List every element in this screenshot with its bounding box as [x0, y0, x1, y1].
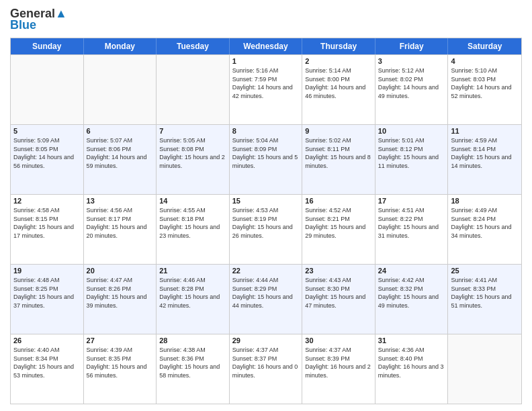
day-cell-3: 3Sunrise: 5:12 AM Sunset: 8:02 PM Daylig… [375, 55, 449, 124]
day-number: 6 [87, 127, 154, 135]
day-number: 1 [232, 57, 300, 65]
calendar-row-3: 19Sunrise: 4:48 AM Sunset: 8:25 PM Dayli… [11, 264, 521, 334]
day-cell-6: 6Sunrise: 5:07 AM Sunset: 8:06 PM Daylig… [84, 125, 157, 194]
day-number: 9 [305, 127, 372, 135]
day-number: 22 [232, 267, 300, 275]
day-cell-7: 7Sunrise: 5:05 AM Sunset: 8:08 PM Daylig… [157, 125, 230, 194]
day-info: Sunrise: 4:56 AM Sunset: 8:17 PM Dayligh… [87, 206, 154, 240]
day-number: 30 [305, 336, 372, 345]
day-cell-26: 26Sunrise: 4:40 AM Sunset: 8:34 PM Dayli… [11, 334, 84, 404]
empty-cell [84, 55, 157, 124]
day-info: Sunrise: 4:39 AM Sunset: 8:35 PM Dayligh… [87, 346, 154, 379]
day-info: Sunrise: 5:10 AM Sunset: 8:03 PM Dayligh… [451, 66, 519, 100]
day-number: 17 [378, 197, 445, 205]
day-number: 11 [451, 127, 519, 135]
day-info: Sunrise: 5:14 AM Sunset: 8:00 PM Dayligh… [305, 66, 372, 100]
day-number: 18 [451, 197, 519, 205]
day-info: Sunrise: 4:38 AM Sunset: 8:36 PM Dayligh… [159, 346, 226, 379]
day-number: 7 [159, 127, 226, 135]
day-info: Sunrise: 4:41 AM Sunset: 8:33 PM Dayligh… [451, 276, 519, 310]
day-cell-9: 9Sunrise: 5:02 AM Sunset: 8:11 PM Daylig… [302, 125, 375, 194]
day-number: 28 [159, 336, 226, 345]
day-cell-27: 27Sunrise: 4:39 AM Sunset: 8:35 PM Dayli… [84, 334, 157, 404]
day-info: Sunrise: 5:12 AM Sunset: 8:02 PM Dayligh… [378, 66, 445, 100]
day-number: 10 [378, 127, 445, 135]
day-number: 23 [305, 267, 372, 275]
day-cell-14: 14Sunrise: 4:55 AM Sunset: 8:18 PM Dayli… [157, 195, 230, 264]
day-info: Sunrise: 4:48 AM Sunset: 8:25 PM Dayligh… [13, 276, 81, 310]
calendar-body: 1Sunrise: 5:16 AM Sunset: 7:59 PM Daylig… [11, 54, 521, 404]
day-info: Sunrise: 5:09 AM Sunset: 8:05 PM Dayligh… [13, 136, 81, 170]
day-info: Sunrise: 5:04 AM Sunset: 8:09 PM Dayligh… [232, 136, 300, 170]
day-number: 13 [87, 197, 154, 205]
day-info: Sunrise: 4:37 AM Sunset: 8:39 PM Dayligh… [305, 346, 372, 379]
day-number: 5 [13, 127, 81, 135]
day-number: 27 [87, 336, 154, 345]
calendar-header: SundayMondayTuesdayWednesdayThursdayFrid… [11, 38, 521, 54]
day-info: Sunrise: 4:42 AM Sunset: 8:32 PM Dayligh… [378, 276, 445, 310]
day-info: Sunrise: 4:40 AM Sunset: 8:34 PM Dayligh… [13, 346, 81, 379]
day-header-saturday: Saturday [448, 38, 521, 54]
day-cell-1: 1Sunrise: 5:16 AM Sunset: 7:59 PM Daylig… [230, 55, 303, 124]
day-info: Sunrise: 5:05 AM Sunset: 8:08 PM Dayligh… [159, 136, 226, 170]
empty-cell [157, 55, 230, 124]
day-header-tuesday: Tuesday [157, 38, 230, 54]
logo: General▲ Blue [10, 7, 67, 32]
empty-cell [11, 55, 84, 124]
day-info: Sunrise: 4:43 AM Sunset: 8:30 PM Dayligh… [305, 276, 372, 310]
day-header-sunday: Sunday [11, 38, 84, 54]
day-number: 21 [159, 267, 226, 275]
day-number: 4 [451, 57, 519, 65]
day-info: Sunrise: 5:07 AM Sunset: 8:06 PM Dayligh… [87, 136, 154, 170]
calendar-row-0: 1Sunrise: 5:16 AM Sunset: 7:59 PM Daylig… [11, 54, 521, 124]
day-header-wednesday: Wednesday [230, 38, 303, 54]
page: General▲ Blue SundayMondayTuesdayWednesd… [0, 0, 532, 411]
day-number: 25 [451, 267, 519, 275]
day-header-thursday: Thursday [302, 38, 375, 54]
day-number: 24 [378, 267, 445, 275]
day-number: 14 [159, 197, 226, 205]
day-cell-19: 19Sunrise: 4:48 AM Sunset: 8:25 PM Dayli… [11, 265, 84, 334]
day-number: 3 [378, 57, 445, 65]
day-info: Sunrise: 4:53 AM Sunset: 8:19 PM Dayligh… [232, 206, 300, 240]
day-cell-13: 13Sunrise: 4:56 AM Sunset: 8:17 PM Dayli… [84, 195, 157, 264]
day-cell-18: 18Sunrise: 4:49 AM Sunset: 8:24 PM Dayli… [448, 195, 521, 264]
day-number: 2 [305, 57, 372, 65]
day-number: 29 [232, 336, 300, 345]
day-cell-5: 5Sunrise: 5:09 AM Sunset: 8:05 PM Daylig… [11, 125, 84, 194]
day-cell-10: 10Sunrise: 5:01 AM Sunset: 8:12 PM Dayli… [375, 125, 449, 194]
day-cell-24: 24Sunrise: 4:42 AM Sunset: 8:32 PM Dayli… [375, 265, 449, 334]
day-cell-30: 30Sunrise: 4:37 AM Sunset: 8:39 PM Dayli… [302, 334, 375, 404]
calendar-row-1: 5Sunrise: 5:09 AM Sunset: 8:05 PM Daylig… [11, 124, 521, 194]
day-cell-25: 25Sunrise: 4:41 AM Sunset: 8:33 PM Dayli… [448, 265, 521, 334]
day-cell-17: 17Sunrise: 4:51 AM Sunset: 8:22 PM Dayli… [375, 195, 449, 264]
day-cell-22: 22Sunrise: 4:44 AM Sunset: 8:29 PM Dayli… [230, 265, 303, 334]
day-info: Sunrise: 4:44 AM Sunset: 8:29 PM Dayligh… [232, 276, 300, 310]
day-number: 8 [232, 127, 300, 135]
day-info: Sunrise: 4:51 AM Sunset: 8:22 PM Dayligh… [378, 206, 445, 240]
day-number: 12 [13, 197, 81, 205]
day-cell-16: 16Sunrise: 4:52 AM Sunset: 8:21 PM Dayli… [302, 195, 375, 264]
day-header-friday: Friday [375, 38, 449, 54]
day-cell-12: 12Sunrise: 4:58 AM Sunset: 8:15 PM Dayli… [11, 195, 84, 264]
day-header-monday: Monday [84, 38, 157, 54]
day-info: Sunrise: 4:52 AM Sunset: 8:21 PM Dayligh… [305, 206, 372, 240]
calendar-row-2: 12Sunrise: 4:58 AM Sunset: 8:15 PM Dayli… [11, 194, 521, 264]
logo-blue-text: Blue [10, 18, 36, 32]
day-number: 19 [13, 267, 81, 275]
day-info: Sunrise: 4:46 AM Sunset: 8:28 PM Dayligh… [159, 276, 226, 310]
day-info: Sunrise: 5:02 AM Sunset: 8:11 PM Dayligh… [305, 136, 372, 170]
day-number: 31 [378, 336, 445, 345]
calendar: SundayMondayTuesdayWednesdayThursdayFrid… [10, 38, 522, 404]
header: General▲ Blue [10, 7, 522, 32]
day-cell-29: 29Sunrise: 4:37 AM Sunset: 8:37 PM Dayli… [230, 334, 303, 404]
day-info: Sunrise: 4:55 AM Sunset: 8:18 PM Dayligh… [159, 206, 226, 240]
day-info: Sunrise: 4:49 AM Sunset: 8:24 PM Dayligh… [451, 206, 519, 240]
day-info: Sunrise: 4:47 AM Sunset: 8:26 PM Dayligh… [87, 276, 154, 310]
day-info: Sunrise: 4:58 AM Sunset: 8:15 PM Dayligh… [13, 206, 81, 240]
day-number: 15 [232, 197, 300, 205]
day-info: Sunrise: 4:36 AM Sunset: 8:40 PM Dayligh… [378, 346, 445, 379]
day-cell-2: 2Sunrise: 5:14 AM Sunset: 8:00 PM Daylig… [302, 55, 375, 124]
day-cell-21: 21Sunrise: 4:46 AM Sunset: 8:28 PM Dayli… [157, 265, 230, 334]
day-cell-31: 31Sunrise: 4:36 AM Sunset: 8:40 PM Dayli… [375, 334, 449, 404]
